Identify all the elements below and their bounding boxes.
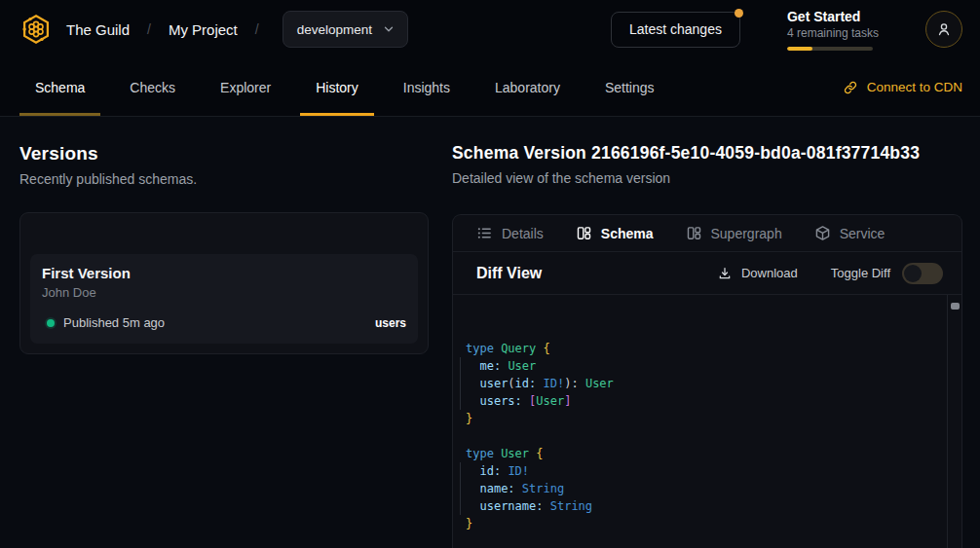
toggle-diff-knob (904, 265, 922, 282)
code-scrollbar-thumb[interactable] (951, 303, 960, 310)
top-bar: The Guild / My Project / development Lat… (0, 0, 980, 58)
version-name: First Version (42, 265, 406, 281)
person-icon (934, 19, 954, 39)
toggle-diff-label: Toggle Diff (831, 266, 890, 280)
latest-changes-label: Latest changes (629, 21, 722, 37)
get-started-progress-bar (787, 47, 873, 51)
tab-explorer[interactable]: Explorer (205, 58, 286, 116)
published-status-dot (47, 319, 55, 327)
tab-history[interactable]: History (300, 58, 374, 116)
get-started-widget[interactable]: Get Started 4 remaining tasks (787, 9, 879, 51)
list-icon (476, 225, 493, 241)
diff-view-title: Diff View (476, 265, 542, 282)
target-selector[interactable]: development (283, 11, 408, 48)
versions-title: Versions (19, 143, 429, 164)
hive-logo-icon (19, 13, 53, 46)
tab-service-label: Service (840, 226, 886, 241)
main-nav: Schema Checks Explorer History Insights … (0, 58, 980, 117)
versions-panel: Versions Recently published schemas. Fir… (0, 143, 452, 548)
schema-code-block: type Query { me: User user(id: ID!): Use… (453, 295, 961, 548)
code-scrollbar (947, 295, 961, 548)
download-button[interactable]: Download (717, 266, 798, 281)
version-list-item[interactable]: First Version John Doe Published 5m ago … (30, 254, 418, 344)
breadcrumb-org[interactable]: The Guild (66, 21, 130, 38)
tab-details[interactable]: Details (476, 225, 544, 241)
tab-details-label: Details (502, 226, 544, 241)
chevron-down-icon (382, 22, 396, 36)
breadcrumb: The Guild / My Project / development (19, 11, 408, 48)
tab-schema[interactable]: Schema (19, 58, 100, 116)
detail-tabs: Details Schema (453, 215, 961, 252)
user-avatar-button[interactable] (925, 11, 962, 48)
breadcrumb-separator: / (143, 21, 155, 37)
tab-schema-view-label: Schema (601, 226, 654, 241)
get-started-title: Get Started (787, 9, 879, 24)
schema-version-title: Schema Version 2166196f-5e10-4059-bd0a-0… (452, 143, 962, 164)
versions-subtitle: Recently published schemas. (19, 171, 429, 187)
tab-supergraph[interactable]: Supergraph (686, 225, 782, 241)
breadcrumb-project[interactable]: My Project (169, 21, 238, 38)
tab-checks[interactable]: Checks (114, 58, 191, 116)
cube-icon (814, 225, 831, 241)
tab-laboratory[interactable]: Laboratory (479, 58, 576, 116)
get-started-subtitle: 4 remaining tasks (787, 26, 879, 40)
tab-settings[interactable]: Settings (589, 58, 670, 116)
latest-changes-button[interactable]: Latest changes (611, 12, 740, 48)
code-lines: type Query { me: User user(id: ID!): Use… (466, 340, 938, 532)
version-author: John Doe (42, 285, 406, 300)
link-icon (843, 80, 858, 95)
tab-service[interactable]: Service (814, 225, 886, 241)
download-icon (717, 266, 733, 281)
panels-icon (576, 225, 592, 241)
diff-view-header: Diff View Download Toggle Diff (453, 252, 961, 295)
version-status: Published 5m ago (63, 315, 165, 330)
content: Versions Recently published schemas. Fir… (0, 117, 980, 548)
target-selector-value: development (297, 22, 372, 37)
tab-supergraph-label: Supergraph (711, 226, 782, 241)
tab-insights[interactable]: Insights (388, 58, 466, 116)
connect-to-cdn-button[interactable]: Connect to CDN (843, 58, 962, 116)
service-name-badge: users (375, 316, 406, 330)
schema-version-subtitle: Detailed view of the schema version (452, 170, 962, 186)
panels-icon (686, 225, 702, 241)
toggle-diff-switch[interactable] (902, 263, 943, 284)
breadcrumb-separator: / (251, 21, 263, 37)
tab-schema-view[interactable]: Schema (576, 225, 654, 241)
notification-dot (735, 9, 743, 18)
connect-to-cdn-label: Connect to CDN (867, 80, 962, 94)
versions-list-card: First Version John Doe Published 5m ago … (19, 212, 429, 354)
download-label: Download (741, 266, 798, 280)
schema-version-panel: Schema Version 2166196f-5e10-4059-bd0a-0… (452, 143, 962, 548)
get-started-progress-fill (787, 47, 812, 51)
schema-version-card: Details Schema (452, 214, 962, 548)
